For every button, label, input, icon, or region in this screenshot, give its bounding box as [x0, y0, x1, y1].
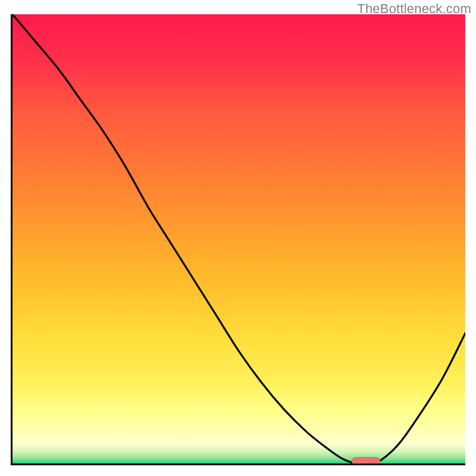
svg-rect-0 — [12, 14, 465, 464]
gradient-background — [12, 14, 465, 464]
plot-area — [12, 14, 465, 464]
chart-stage: TheBottleneck.com — [0, 0, 476, 476]
optimal-marker — [352, 457, 380, 464]
